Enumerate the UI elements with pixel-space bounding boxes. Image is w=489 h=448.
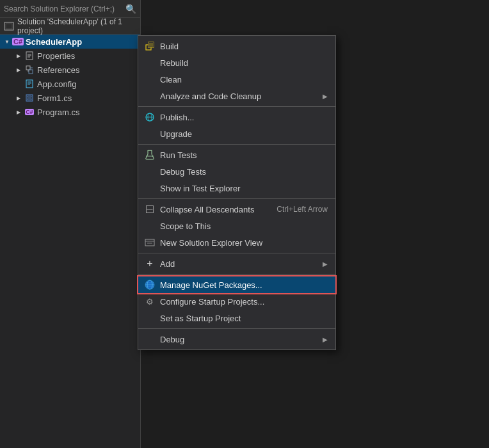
menu-item-scope[interactable]: Scope to This (138, 218, 335, 234)
menu-item-debug-tests[interactable]: Debug Tests (138, 163, 335, 180)
tree-item-program[interactable]: ▶ C# Program.cs (0, 105, 140, 119)
menu-item-configure-startup[interactable]: ⚙ Configure Startup Projects... (138, 293, 335, 310)
form1-label: Form1.cs (37, 93, 72, 103)
arrow-program: ▶ (14, 108, 23, 116)
nuget-icon (143, 278, 156, 291)
svg-rect-14 (26, 95, 33, 101)
separator-3 (138, 198, 335, 199)
menu-label-new-view: New Solution Explorer View (160, 238, 328, 248)
menu-label-upgrade: Upgrade (160, 129, 328, 139)
flask-icon (143, 148, 156, 161)
appconfig-label: App.config (37, 79, 76, 89)
menu-label-set-startup: Set as Startup Project (160, 314, 328, 323)
solution-icon (4, 21, 14, 31)
menu-label-debug: Debug (160, 335, 317, 344)
context-menu: Build Rebuild Clean Analyze and Code Cle… (138, 35, 336, 350)
arrow-appconfig (14, 79, 23, 88)
separator-4 (138, 253, 335, 253)
tree-item-appconfig[interactable]: App.config (0, 77, 140, 91)
properties-icon (24, 51, 35, 61)
debug-arrow: ▶ (323, 336, 328, 343)
add-arrow: ▶ (323, 260, 328, 268)
debug-icon-empty (143, 333, 156, 346)
new-view-icon (143, 236, 156, 249)
solution-title: Solution 'SchedulerApp' (1 of 1 project) (17, 17, 136, 35)
menu-item-debug[interactable]: Debug ▶ (138, 331, 335, 348)
menu-item-manage-nuget[interactable]: Manage NuGet Packages... (138, 276, 335, 293)
tree-item-references[interactable]: ▶ References (0, 63, 140, 77)
project-icon: C# (13, 36, 23, 47)
gear-icon: ⚙ (143, 295, 156, 308)
references-label: References (37, 65, 79, 75)
svg-rect-16 (28, 99, 31, 100)
separator-6 (138, 328, 335, 329)
svg-rect-10 (26, 80, 33, 88)
menu-item-publish[interactable]: Publish... (138, 109, 335, 125)
tree-item-properties[interactable]: ▶ Properties (0, 49, 140, 63)
solution-explorer: Search Solution Explorer (Ctrl+;) 🔍 Solu… (0, 0, 141, 448)
search-icon[interactable]: 🔍 (125, 4, 136, 14)
program-label: Program.cs (37, 108, 79, 117)
references-icon (24, 65, 35, 75)
menu-label-build: Build (160, 42, 328, 51)
arrow-project: ▼ (3, 37, 12, 46)
menu-item-add[interactable]: + Add ▶ (138, 255, 335, 272)
svg-rect-20 (149, 43, 153, 47)
menu-item-analyze[interactable]: Analyze and Code Cleanup ▶ (138, 88, 335, 104)
separator-5 (138, 274, 335, 275)
svg-rect-7 (29, 70, 33, 74)
form1-icon (24, 93, 35, 103)
menu-item-rebuild[interactable]: Rebuild (138, 54, 335, 71)
publish-icon (143, 111, 156, 124)
scope-icon-empty (143, 220, 156, 232)
menu-label-analyze: Analyze and Code Cleanup (160, 92, 317, 101)
menu-label-manage-nuget: Manage NuGet Packages... (160, 280, 328, 290)
arrow-references: ▶ (14, 65, 23, 74)
properties-label: Properties (37, 51, 75, 61)
menu-item-new-view[interactable]: New Solution Explorer View (138, 234, 335, 251)
menu-label-run-tests: Run Tests (160, 150, 328, 160)
upgrade-icon-empty (143, 127, 156, 140)
build-icon (143, 40, 156, 52)
appconfig-icon (24, 79, 35, 89)
menu-item-collapse[interactable]: — Collapse All Descendants Ctrl+Left Arr… (138, 201, 335, 218)
project-label: SchedulerApp (26, 37, 82, 47)
svg-rect-25 (145, 239, 154, 246)
svg-rect-15 (28, 96, 31, 97)
separator-1 (138, 106, 335, 107)
add-icon: + (143, 257, 156, 270)
search-bar: Search Solution Explorer (Ctrl+;) 🔍 (0, 0, 140, 18)
menu-label-rebuild: Rebuild (160, 58, 328, 68)
menu-item-run-tests[interactable]: Run Tests (138, 147, 335, 163)
menu-label-collapse: Collapse All Descendants (160, 205, 264, 214)
show-test-icon-empty (143, 182, 156, 195)
search-placeholder: Search Solution Explorer (Ctrl+;) (4, 4, 125, 13)
menu-item-clean[interactable]: Clean (138, 71, 335, 88)
analyze-arrow: ▶ (323, 93, 328, 100)
menu-label-scope: Scope to This (160, 221, 328, 231)
menu-label-clean: Clean (160, 75, 328, 84)
svg-rect-1 (6, 24, 12, 29)
menu-label-add: Add (160, 259, 317, 269)
arrow-properties: ▶ (14, 51, 23, 60)
menu-item-set-startup[interactable]: Set as Startup Project (138, 310, 335, 326)
clean-icon-empty (143, 73, 156, 86)
menu-item-build[interactable]: Build (138, 38, 335, 54)
debug-tests-icon-empty (143, 165, 156, 178)
tree-item-form1[interactable]: ▶ Form1.cs (0, 91, 140, 105)
collapse-icon: — (143, 203, 156, 216)
menu-item-show-test-explorer[interactable]: Show in Test Explorer (138, 180, 335, 196)
menu-item-upgrade[interactable]: Upgrade (138, 125, 335, 142)
menu-label-debug-tests: Debug Tests (160, 167, 328, 177)
program-icon: C# (24, 107, 35, 117)
separator-2 (138, 144, 335, 145)
menu-label-show-test-explorer: Show in Test Explorer (160, 184, 328, 193)
tree-item-project[interactable]: ▼ C# SchedulerApp (0, 35, 140, 49)
analyze-icon-empty (143, 90, 156, 102)
collapse-shortcut: Ctrl+Left Arrow (277, 205, 328, 214)
rebuild-icon-empty (143, 56, 156, 69)
menu-label-configure-startup: Configure Startup Projects... (160, 297, 328, 307)
solution-header: Solution 'SchedulerApp' (1 of 1 project) (0, 18, 140, 35)
svg-rect-6 (26, 66, 30, 70)
svg-rect-24 (147, 150, 152, 151)
